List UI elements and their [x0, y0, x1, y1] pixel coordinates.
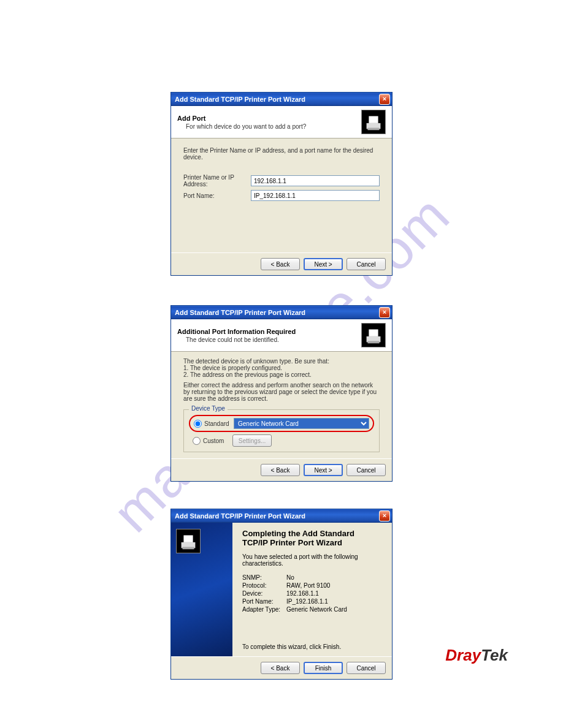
- printer-name-field[interactable]: [251, 175, 380, 186]
- printer-icon: [176, 529, 201, 553]
- standard-radio[interactable]: [194, 420, 202, 428]
- bullet-1: 1. The device is properly configured.: [183, 365, 380, 371]
- portname-value: IP_192.168.1.1: [286, 598, 328, 605]
- device-type-group: Device Type Standard Generic Network Car…: [183, 409, 380, 452]
- titlebar: Add Standard TCP/IP Printer Port Wizard …: [171, 509, 392, 523]
- titlebar: Add Standard TCP/IP Printer Port Wizard …: [171, 93, 392, 106]
- custom-radio-label: Custom: [203, 438, 232, 444]
- device-label: Device:: [242, 590, 286, 597]
- custom-radio[interactable]: [193, 437, 201, 445]
- port-name-label: Port Name:: [183, 192, 251, 199]
- wizard-sidebar: [171, 523, 232, 656]
- header-title: Additional Port Information Required: [177, 328, 361, 335]
- device-value: 192.168.1.1: [286, 590, 319, 597]
- button-row: < Back Next > Cancel: [171, 252, 392, 275]
- brand-logo: DrayTek: [445, 646, 508, 665]
- wizard-dialog-add-port: Add Standard TCP/IP Printer Port Wizard …: [170, 92, 393, 276]
- next-button[interactable]: Next >: [304, 258, 343, 270]
- button-row: < Back Next > Cancel: [171, 458, 392, 481]
- bullet-2: 2. The address on the previous page is c…: [183, 371, 380, 378]
- cancel-button[interactable]: Cancel: [347, 662, 386, 674]
- header-subtitle: For which device do you want to add a po…: [186, 123, 361, 130]
- back-button[interactable]: < Back: [261, 662, 300, 674]
- svg-rect-1: [368, 128, 380, 131]
- svg-rect-5: [183, 547, 194, 550]
- completion-heading: Completing the Add Standard TCP/IP Print…: [242, 529, 382, 547]
- button-row: < Back Finish Cancel: [171, 656, 392, 679]
- wizard-header: Additional Port Information Required The…: [171, 319, 392, 352]
- protocol-label: Protocol:: [242, 582, 286, 589]
- next-button[interactable]: Next >: [304, 464, 343, 476]
- wizard-dialog-complete: Add Standard TCP/IP Printer Port Wizard …: [170, 509, 393, 680]
- back-button[interactable]: < Back: [261, 464, 300, 476]
- adapter-label: Adapter Type:: [242, 606, 286, 613]
- printer-name-label: Printer Name or IP Address:: [183, 174, 251, 188]
- portname-label: Port Name:: [242, 598, 286, 605]
- detected-text: The detected device is of unknown type. …: [183, 358, 380, 365]
- wizard-header: Add Port For which device do you want to…: [171, 106, 392, 138]
- svg-rect-3: [368, 341, 380, 344]
- header-subtitle: The device could not be identified.: [186, 336, 361, 343]
- snmp-label: SNMP:: [242, 574, 286, 581]
- adapter-value: Generic Network Card: [286, 606, 347, 613]
- brand-part-1: Dray: [445, 646, 481, 664]
- header-title: Add Port: [177, 115, 361, 122]
- window-title: Add Standard TCP/IP Printer Port Wizard: [175, 96, 305, 103]
- window-title: Add Standard TCP/IP Printer Port Wizard: [175, 309, 305, 316]
- device-type-select[interactable]: Generic Network Card: [234, 418, 369, 429]
- protocol-value: RAW, Port 9100: [286, 582, 330, 589]
- brand-part-2: Tek: [481, 646, 508, 664]
- wizard-body: The detected device is of unknown type. …: [171, 352, 392, 458]
- window-title: Add Standard TCP/IP Printer Port Wizard: [175, 512, 305, 520]
- titlebar: Add Standard TCP/IP Printer Port Wizard …: [171, 306, 392, 319]
- highlight-oval: Standard Generic Network Card: [189, 415, 374, 432]
- standard-radio-label: Standard: [204, 420, 234, 427]
- printer-icon: [361, 110, 386, 134]
- back-button[interactable]: < Back: [261, 258, 300, 270]
- completion-footer: To complete this wizard, click Finish.: [242, 643, 382, 650]
- wizard-dialog-port-info: Add Standard TCP/IP Printer Port Wizard …: [170, 305, 393, 482]
- instruction-text: Enter the Printer Name or IP address, an…: [183, 147, 380, 161]
- close-icon[interactable]: ×: [379, 307, 390, 318]
- snmp-value: No: [286, 574, 294, 581]
- close-icon[interactable]: ×: [379, 510, 390, 521]
- close-icon[interactable]: ×: [379, 94, 390, 105]
- printer-icon: [361, 323, 386, 347]
- finish-button[interactable]: Finish: [304, 662, 343, 674]
- wizard-body: Enter the Printer Name or IP address, an…: [171, 138, 392, 252]
- cancel-button[interactable]: Cancel: [347, 464, 386, 476]
- cancel-button[interactable]: Cancel: [347, 258, 386, 270]
- device-type-legend: Device Type: [189, 405, 228, 412]
- instruction-text: Either correct the address and perform a…: [183, 382, 380, 402]
- port-name-field[interactable]: [251, 190, 380, 201]
- completion-intro: You have selected a port with the follow…: [242, 553, 382, 567]
- settings-button: Settings...: [232, 434, 272, 447]
- wizard-body: Completing the Add Standard TCP/IP Print…: [171, 523, 392, 656]
